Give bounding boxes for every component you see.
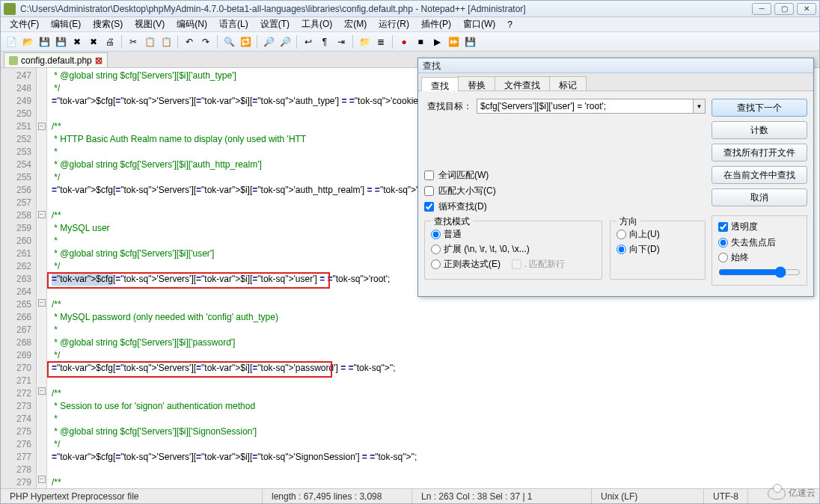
find-target-dropdown-icon[interactable]: ▼ — [694, 99, 706, 114]
cancel-button[interactable]: 取消 — [712, 188, 807, 206]
find-target-label: 查找目标： — [424, 100, 477, 113]
paste-icon[interactable]: 📋 — [159, 34, 174, 49]
whole-word-check[interactable] — [424, 170, 434, 180]
indent-icon[interactable]: ⇥ — [334, 34, 349, 49]
menu-item[interactable]: 搜索(S) — [87, 16, 129, 32]
count-button[interactable]: 计数 — [712, 121, 807, 139]
menu-item[interactable]: 编码(N) — [171, 16, 213, 32]
status-enc: UTF-8 — [704, 489, 748, 503]
find-next-button[interactable]: 查找下一个 — [712, 99, 807, 117]
save-all-icon[interactable]: 💾 — [53, 34, 68, 49]
file-tab[interactable]: config.default.php ⊠ — [4, 52, 108, 67]
func-list-icon[interactable]: ≣ — [373, 34, 388, 49]
fold-toggle-icon[interactable]: − — [38, 123, 46, 130]
zoom-in-icon[interactable]: 🔎 — [261, 34, 276, 49]
find-all-open-button[interactable]: 查找所有打开文件 — [712, 144, 807, 162]
watermark-text: 亿速云 — [789, 487, 816, 500]
find-icon[interactable]: 🔍 — [221, 34, 236, 49]
status-length: length : 67,495 lines : 3,098 — [263, 489, 412, 503]
menu-item[interactable]: 插件(P) — [415, 16, 457, 32]
cut-icon[interactable]: ✂ — [126, 34, 141, 49]
menu-item[interactable]: 语言(L) — [213, 16, 254, 32]
play-icon[interactable]: ▶ — [429, 34, 444, 49]
tab-close-icon[interactable]: ⊠ — [95, 55, 102, 66]
status-lang: PHP Hypertext Preprocessor file — [1, 489, 263, 503]
close-button[interactable]: ✕ — [797, 3, 816, 15]
match-newline-label: . 匹配新行 — [524, 258, 566, 271]
transp-always-label: 始终 — [731, 251, 749, 264]
save-macro-icon[interactable]: 💾 — [462, 34, 477, 49]
dialog-tab[interactable]: 查找 — [421, 77, 459, 91]
status-bar: PHP Hypertext Preprocessor file length :… — [1, 488, 819, 503]
dialog-tabs: 查找替换文件查找标记 — [418, 73, 813, 91]
print-icon[interactable]: 🖨 — [102, 34, 117, 49]
fold-toggle-icon[interactable]: − — [38, 211, 46, 218]
replace-icon[interactable]: 🔁 — [238, 34, 253, 49]
wrap-check[interactable] — [424, 202, 434, 212]
transp-lose-label: 失去焦点后 — [731, 236, 776, 249]
undo-icon[interactable]: ↶ — [182, 34, 197, 49]
watermark: 亿速云 — [768, 487, 816, 500]
dir-up-label: 向上(U) — [629, 228, 660, 241]
match-case-label: 匹配大小写(C) — [438, 185, 496, 197]
mode-regex-radio[interactable] — [431, 259, 441, 269]
play-multi-icon[interactable]: ⏩ — [446, 34, 461, 49]
toolbar: 📄 📂 💾 💾 ✖ ✖ 🖨 ✂ 📋 📋 ↶ ↷ 🔍 🔁 🔎 🔎 ↩ ¶ ⇥ 📁 … — [1, 32, 819, 52]
zoom-out-icon[interactable]: 🔎 — [278, 34, 293, 49]
transp-lose-radio[interactable] — [718, 238, 728, 248]
transparency-slider[interactable] — [718, 266, 801, 278]
menu-item[interactable]: 运行(R) — [373, 16, 415, 32]
whole-word-label: 全词匹配(W) — [438, 169, 489, 182]
dialog-tab[interactable]: 标记 — [549, 76, 587, 90]
wrap-icon[interactable]: ↩ — [301, 34, 316, 49]
dir-down-radio[interactable] — [616, 245, 626, 254]
fold-toggle-icon[interactable]: − — [38, 476, 46, 483]
menu-item[interactable]: 窗口(W) — [457, 16, 501, 32]
close-all-icon[interactable]: ✖ — [86, 34, 101, 49]
status-eol: Unix (LF) — [592, 489, 704, 503]
dialog-tab[interactable]: 替换 — [458, 76, 495, 90]
find-all-current-button[interactable]: 在当前文件中查找 — [712, 166, 807, 184]
minimize-button[interactable]: ─ — [752, 3, 771, 15]
match-case-check[interactable] — [424, 186, 434, 196]
menu-item[interactable]: ? — [501, 18, 518, 31]
mode-ext-label: 扩展 (\n, \r, \t, \0, \x...) — [444, 243, 530, 256]
open-icon[interactable]: 📂 — [20, 34, 35, 49]
redo-icon[interactable]: ↷ — [198, 34, 213, 49]
menu-item[interactable]: 视图(V) — [129, 16, 171, 32]
copy-icon[interactable]: 📋 — [142, 34, 157, 49]
menu-item[interactable]: 文件(F) — [4, 16, 45, 32]
save-icon[interactable]: 💾 — [37, 34, 52, 49]
title-bar: C:\Users\Administrator\Desktop\phpMyAdmi… — [1, 1, 819, 17]
mode-legend: 查找模式 — [431, 215, 473, 228]
line-numbers: 2472482492502512522532542552562572582592… — [1, 68, 37, 498]
folder-icon[interactable]: 📁 — [357, 34, 372, 49]
status-pos: Ln : 263 Col : 38 Sel : 37 | 1 — [412, 489, 592, 503]
transp-always-radio[interactable] — [718, 253, 728, 262]
menu-item[interactable]: 工具(O) — [296, 16, 338, 32]
menu-item[interactable]: 设置(T) — [254, 16, 296, 32]
mode-regex-label: 正则表达式(E) — [444, 258, 501, 271]
dialog-tab[interactable]: 文件查找 — [495, 76, 550, 90]
fold-toggle-icon[interactable]: − — [38, 387, 46, 395]
menu-item[interactable]: 编辑(E) — [45, 16, 87, 32]
close-icon[interactable]: ✖ — [70, 34, 85, 49]
chars-icon[interactable]: ¶ — [317, 34, 332, 49]
menu-item[interactable]: 宏(M) — [338, 16, 373, 32]
fold-toggle-icon[interactable]: − — [38, 299, 46, 307]
find-target-input[interactable] — [477, 99, 694, 114]
match-newline-check — [512, 259, 521, 269]
maximize-button[interactable]: ▢ — [774, 3, 794, 15]
dialog-title[interactable]: 查找 — [418, 58, 813, 73]
menu-bar: 文件(F)编辑(E)搜索(S)视图(V)编码(N)语言(L)设置(T)工具(O)… — [1, 17, 819, 32]
stop-icon[interactable]: ■ — [413, 34, 428, 49]
find-dialog[interactable]: 查找 查找替换文件查找标记 查找目标： ▼ 全词匹配(W) 匹配大小写(C) 循… — [417, 58, 814, 297]
record-icon[interactable]: ● — [397, 34, 411, 49]
fold-column[interactable]: − − − − − — [37, 68, 47, 498]
dir-up-radio[interactable] — [616, 230, 626, 239]
transparency-check[interactable] — [718, 222, 728, 232]
file-icon — [9, 56, 18, 65]
mode-normal-radio[interactable] — [431, 230, 441, 239]
mode-ext-radio[interactable] — [431, 245, 441, 254]
new-icon[interactable]: 📄 — [4, 34, 19, 49]
